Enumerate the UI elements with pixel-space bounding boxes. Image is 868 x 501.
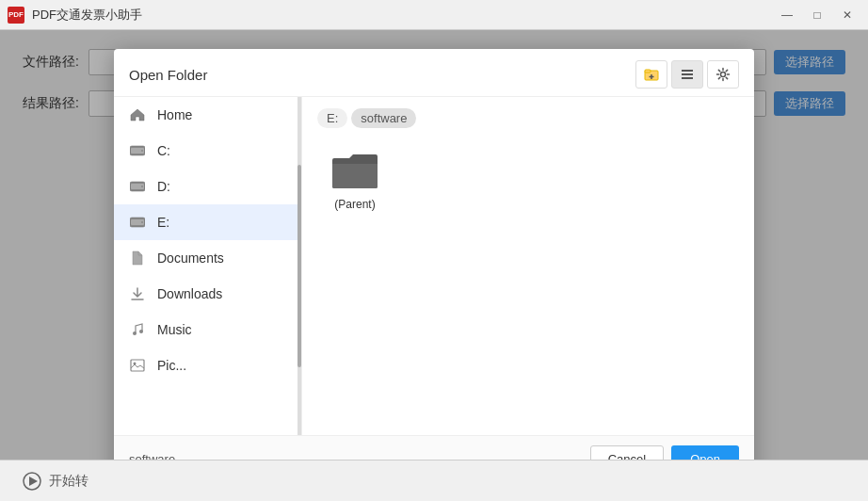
settings-button[interactable] [707, 60, 739, 89]
open-folder-dialog: Open Folder [114, 49, 754, 482]
svg-point-13 [141, 186, 143, 187]
svg-point-10 [141, 150, 143, 152]
sidebar-label-c: C: [157, 143, 170, 158]
sidebar-label-downloads: Downloads [157, 286, 222, 301]
file-grid: (Parent) [317, 143, 739, 218]
downloads-icon [129, 285, 146, 302]
documents-icon [129, 250, 146, 267]
drive-d-icon [129, 178, 146, 195]
drive-e-icon [129, 214, 146, 231]
dialog-title: Open Folder [129, 67, 207, 83]
start-label: 开始转 [49, 473, 88, 490]
sidebar-label-music: Music [157, 322, 192, 337]
list-item[interactable]: (Parent) [317, 143, 393, 218]
breadcrumb-e[interactable]: E: [317, 108, 347, 128]
svg-point-19 [139, 330, 143, 333]
svg-point-16 [141, 221, 143, 223]
svg-rect-5 [682, 73, 693, 75]
file-name-parent: (Parent) [334, 198, 375, 211]
sidebar-item-c[interactable]: C: [114, 133, 301, 169]
dialog-sidebar: Home C: D: [114, 97, 302, 435]
app-content: 文件路径: 选择路径 结果路径: 选择路径 Open Folder [0, 30, 868, 501]
sidebar-label-home: Home [157, 107, 192, 122]
sidebar-scrollbar [297, 97, 301, 435]
dialog-body: Home C: D: [114, 97, 754, 435]
app-window: PDF PDF交通发票小助手 — □ ✕ 文件路径: 选择路径 结果路径: 选择… [0, 0, 868, 501]
sidebar-item-d[interactable]: D: [114, 169, 301, 204]
svg-point-7 [721, 73, 726, 77]
dialog-header: Open Folder [114, 49, 754, 97]
close-button[interactable]: ✕ [834, 6, 860, 24]
start-convert-button[interactable]: 开始转 [23, 472, 88, 491]
sidebar-item-downloads[interactable]: Downloads [114, 276, 301, 312]
play-icon [23, 472, 41, 491]
svg-rect-4 [682, 70, 693, 72]
title-bar-title: PDF交通发票小助手 [32, 7, 774, 24]
sidebar-item-e[interactable]: E: [114, 204, 301, 240]
svg-rect-20 [131, 360, 144, 371]
title-bar: PDF PDF交通发票小助手 — □ ✕ [0, 0, 868, 30]
breadcrumb-software[interactable]: software [351, 108, 416, 128]
home-icon [129, 106, 146, 123]
sidebar-item-documents[interactable]: Documents [114, 240, 301, 276]
svg-marker-23 [29, 477, 38, 486]
pictures-icon [129, 357, 146, 374]
minimize-button[interactable]: — [774, 6, 800, 24]
bottom-bar: 开始转 [0, 460, 868, 501]
sidebar-label-pictures: Pic... [157, 358, 186, 373]
svg-rect-1 [645, 70, 651, 73]
breadcrumb: E: software [317, 108, 739, 128]
dialog-main-content: E: software [302, 97, 754, 435]
sidebar-scrollbar-thumb [297, 165, 301, 367]
app-icon: PDF [8, 7, 24, 24]
music-icon [129, 321, 146, 338]
svg-point-18 [133, 331, 137, 335]
list-view-button[interactable] [671, 60, 703, 89]
new-folder-button[interactable] [635, 60, 667, 89]
sidebar-label-documents: Documents [157, 250, 224, 266]
folder-icon [330, 151, 379, 192]
window-controls: — □ ✕ [774, 6, 860, 24]
svg-rect-6 [682, 77, 693, 79]
sidebar-item-home[interactable]: Home [114, 97, 301, 133]
dialog-overlay: Open Folder [0, 30, 868, 501]
sidebar-label-d: D: [157, 179, 170, 194]
sidebar-label-e: E: [157, 215, 169, 230]
sidebar-item-music[interactable]: Music [114, 312, 301, 347]
dialog-toolbar [635, 60, 739, 89]
sidebar-item-pictures[interactable]: Pic... [114, 347, 301, 383]
drive-c-icon [129, 142, 146, 159]
maximize-button[interactable]: □ [804, 6, 830, 24]
